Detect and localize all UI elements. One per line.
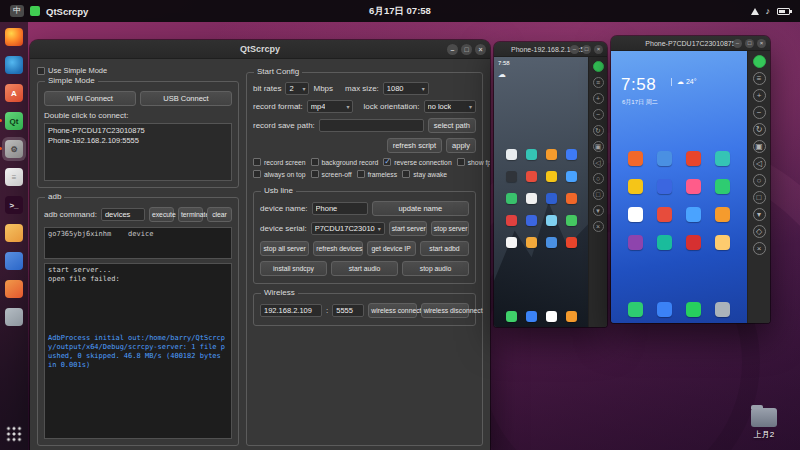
stop-all-server-button[interactable]: stop all server	[260, 241, 309, 256]
checkbox-reverse-connection[interactable]: reverse connection	[383, 158, 451, 166]
usb-connect-button[interactable]: USB Connect	[140, 91, 232, 106]
dock-item-app-grid[interactable]	[2, 422, 26, 446]
adb-command-input[interactable]	[101, 208, 145, 221]
app-icon[interactable]	[715, 235, 730, 250]
adb-log[interactable]: start server... open file failed: AdbPro…	[44, 263, 232, 439]
app-icon[interactable]	[566, 149, 577, 160]
app-icon[interactable]	[686, 207, 701, 222]
device-list[interactable]: Phone-P7CDU17C23010875Phone-192.168.2.10…	[44, 123, 232, 181]
app-icon[interactable]	[506, 193, 517, 204]
start-audio-button[interactable]: start audio	[331, 261, 398, 276]
close-button[interactable]: ×	[757, 39, 766, 48]
dock-item-settings[interactable]: ⚙	[2, 137, 26, 161]
maximize-button[interactable]: □	[582, 45, 591, 54]
app-icon[interactable]	[715, 207, 730, 222]
home-icon[interactable]: ○	[753, 174, 766, 187]
app-icon[interactable]	[546, 237, 557, 248]
terminate-button[interactable]: terminate	[178, 207, 203, 222]
select-path-button[interactable]: select path	[428, 118, 476, 133]
phone2-titlebar[interactable]: Phone-P7CDU17C23010875 – □ ×	[611, 36, 770, 51]
stop-audio-button[interactable]: stop audio	[402, 261, 469, 276]
maximize-button[interactable]: □	[745, 39, 754, 48]
minimize-button[interactable]: –	[570, 45, 579, 54]
checkbox-record-screen[interactable]: record screen	[253, 158, 306, 166]
app-icon[interactable]	[657, 302, 672, 317]
app-icon[interactable]	[686, 235, 701, 250]
app-icon[interactable]	[657, 235, 672, 250]
app-icon[interactable]	[566, 171, 577, 182]
menu-icon[interactable]: ≡	[753, 72, 766, 85]
desktop-folder[interactable]: 上月2	[740, 408, 788, 440]
wireless-disconnect-button[interactable]: wireless disconnect	[421, 303, 469, 318]
use-simple-mode-checkbox[interactable]: Use Simple Mode	[37, 66, 239, 75]
dock-item-libreoffice-writer[interactable]	[2, 249, 26, 273]
app-icon[interactable]	[526, 237, 537, 248]
menu-icon[interactable]: ≡	[593, 77, 604, 88]
wireless-ip-input[interactable]	[260, 304, 322, 317]
app-icon[interactable]	[566, 237, 577, 248]
app-icon[interactable]	[686, 151, 701, 166]
app-icon[interactable]	[566, 311, 577, 322]
max-size-select[interactable]: 1080	[383, 82, 429, 95]
screen-off-icon[interactable]: ×	[753, 242, 766, 255]
start-adbd-button[interactable]: start adbd	[420, 241, 469, 256]
volume-up-icon[interactable]: +	[753, 89, 766, 102]
app-icon[interactable]	[657, 207, 672, 222]
app-icon[interactable]	[526, 215, 537, 226]
app-icon[interactable]	[506, 311, 517, 322]
close-button[interactable]: ×	[594, 45, 603, 54]
phone1-titlebar[interactable]: Phone-192.168.2.109:5... – □ ×	[494, 42, 607, 57]
app-icon[interactable]	[686, 302, 701, 317]
checkbox-stay-awake[interactable]: stay awake	[402, 170, 447, 178]
app-icon[interactable]	[566, 193, 577, 204]
update-name-button[interactable]: update name	[372, 201, 469, 216]
app-icon[interactable]	[715, 179, 730, 194]
refresh-script-button[interactable]: refresh script	[387, 138, 442, 153]
notifications-icon[interactable]: ▾	[753, 208, 766, 221]
app-icon[interactable]	[526, 193, 537, 204]
dock-item-qtscrcpy[interactable]: Qt	[2, 109, 26, 133]
app-icon[interactable]	[506, 171, 517, 182]
lock-orientation-select[interactable]: no lock	[424, 100, 476, 113]
screen-off-icon[interactable]: ×	[593, 221, 604, 232]
stop-server-button[interactable]: stop server	[431, 221, 469, 236]
power-icon[interactable]	[753, 55, 766, 68]
wireless-connect-button[interactable]: wireless connect	[368, 303, 416, 318]
refresh-devices-button[interactable]: refresh devices	[313, 241, 362, 256]
checkbox-screen-off[interactable]: screen-off	[311, 170, 352, 178]
checkbox-frameless[interactable]: frameless	[357, 170, 397, 178]
install-sndcpy-button[interactable]: install sndcpy	[260, 261, 327, 276]
app-icon[interactable]	[715, 302, 730, 317]
minimize-button[interactable]: –	[447, 44, 458, 55]
app-icon[interactable]	[506, 149, 517, 160]
close-button[interactable]: ×	[475, 44, 486, 55]
wireless-port-input[interactable]	[332, 304, 364, 317]
qtscrcpy-titlebar[interactable]: QtScrcpy – □ ×	[30, 40, 490, 59]
maximize-button[interactable]: □	[461, 44, 472, 55]
app-icon[interactable]	[628, 235, 643, 250]
app-icon[interactable]	[686, 179, 701, 194]
system-tray[interactable]: ♪	[751, 7, 791, 16]
recents-icon[interactable]: □	[593, 189, 604, 200]
device-serial-select[interactable]: P7CDU17C23010	[311, 222, 385, 235]
home-icon[interactable]: ○	[593, 173, 604, 184]
minimize-button[interactable]: –	[733, 39, 742, 48]
app-icon[interactable]	[546, 215, 557, 226]
app-icon[interactable]	[506, 215, 517, 226]
wifi-connect-button[interactable]: WIFI Connect	[44, 91, 136, 106]
bit-rates-spinbox[interactable]: 2	[285, 82, 309, 95]
dock-item-files[interactable]	[2, 221, 26, 245]
input-method-indicator[interactable]: 中	[10, 5, 24, 17]
app-icon[interactable]	[526, 311, 537, 322]
app-icon[interactable]	[657, 151, 672, 166]
notifications-icon[interactable]: ▾	[593, 205, 604, 216]
adb-output[interactable]: go7365ybj6xinhm device	[44, 227, 232, 259]
dock-item-firefox[interactable]	[2, 25, 26, 49]
execute-button[interactable]: execute	[149, 207, 174, 222]
app-icon[interactable]	[546, 149, 557, 160]
app-icon[interactable]	[628, 151, 643, 166]
clock[interactable]: 6月17日 07:58	[369, 5, 431, 18]
app-icon[interactable]	[628, 207, 643, 222]
rotate-icon[interactable]: ↻	[593, 125, 604, 136]
app-icon[interactable]	[526, 149, 537, 160]
